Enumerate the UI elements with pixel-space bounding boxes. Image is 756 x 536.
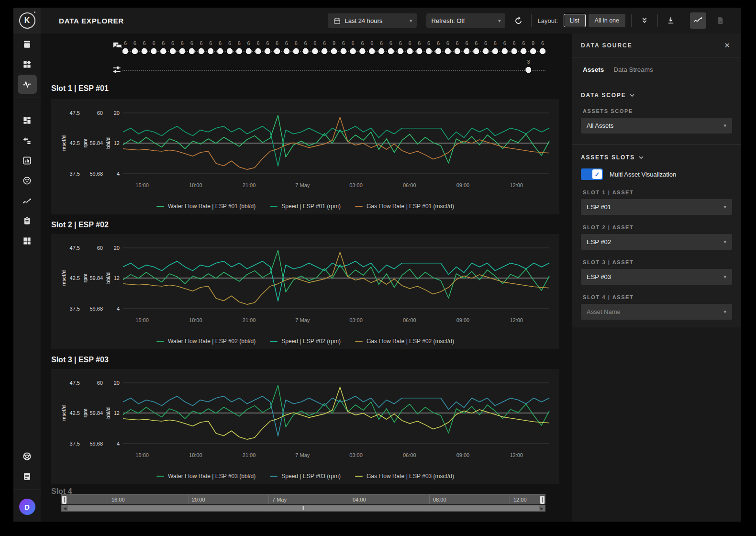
assets-scope-select[interactable]: All Assets ▾ — [581, 118, 732, 134]
event-marker[interactable] — [525, 67, 531, 73]
event-marker[interactable] — [170, 48, 176, 54]
slot-2-asset-select[interactable]: ESP #02 ▾ — [581, 234, 732, 250]
sidebar-item-dashboard[interactable] — [18, 111, 37, 130]
event-marker[interactable] — [435, 48, 441, 54]
event-marker[interactable] — [255, 48, 261, 54]
event-marker[interactable] — [416, 48, 422, 54]
event-marker[interactable] — [293, 48, 299, 54]
report-icon[interactable] — [712, 12, 728, 29]
legend-item[interactable]: Gas Flow Rate | ESP #01 (mscf/d) — [355, 203, 454, 210]
multi-asset-toggle[interactable]: ✓ — [581, 168, 603, 180]
event-marker[interactable] — [350, 48, 356, 54]
event-marker[interactable] — [502, 48, 508, 54]
event-marker[interactable] — [265, 48, 270, 54]
refresh-select[interactable]: Refresh: Off ▾ — [426, 13, 505, 28]
event-marker[interactable] — [179, 48, 185, 54]
event-marker[interactable] — [331, 48, 337, 54]
event-marker[interactable] — [359, 48, 365, 54]
filters-icon[interactable] — [112, 65, 123, 76]
sidebar-item-tasks[interactable] — [18, 211, 37, 230]
event-marker[interactable] — [388, 48, 394, 54]
close-icon[interactable]: ✕ — [722, 39, 732, 52]
legend-item[interactable]: Speed | ESP #02 (rpm) — [270, 338, 341, 345]
sidebar-item-widgets[interactable] — [18, 55, 37, 74]
tab-assets[interactable]: Assets — [583, 66, 604, 73]
tab-data-streams[interactable]: Data Streams — [613, 66, 653, 73]
legend-item[interactable]: Speed | ESP #01 (rpm) — [270, 203, 341, 210]
scrollbar-grip[interactable] — [302, 506, 305, 510]
user-avatar[interactable]: D — [19, 499, 35, 515]
event-marker[interactable] — [227, 48, 233, 54]
trend-view-button[interactable] — [690, 12, 706, 29]
comments-icon[interactable] — [112, 41, 123, 52]
data-scope-section-header[interactable]: DATA SCOPE — [581, 92, 732, 99]
event-marker[interactable] — [142, 48, 147, 54]
event-marker[interactable] — [369, 48, 375, 54]
slot-4-asset-select[interactable]: Asset Name ▾ — [581, 304, 732, 320]
event-marker[interactable] — [398, 48, 403, 54]
event-marker[interactable] — [122, 48, 128, 54]
event-marker[interactable] — [189, 48, 195, 54]
event-marker[interactable] — [199, 48, 204, 54]
legend-item[interactable]: Gas Flow Rate | ESP #03 (mscf/d) — [355, 473, 454, 480]
scroll-left-icon[interactable]: ◀ — [62, 505, 68, 511]
event-marker[interactable] — [530, 48, 536, 54]
layout-list-button[interactable]: List — [564, 14, 585, 27]
event-marker[interactable] — [540, 48, 545, 54]
event-marker[interactable] — [274, 48, 280, 54]
event-marker[interactable] — [378, 48, 384, 54]
scrubber-handle-right[interactable] — [540, 496, 545, 504]
refresh-icon[interactable] — [511, 13, 525, 28]
time-range-select[interactable]: Last 24 hours ▾ — [328, 13, 417, 28]
time-scrubber[interactable]: 16:0020:007 May04:0008:0012:00 — [61, 494, 545, 504]
app-logo[interactable]: K — [13, 8, 41, 34]
event-marker[interactable] — [208, 48, 213, 54]
chart-plot[interactable]: mscf/d47.542.537.5rpm6059.8459.68bbl/d20… — [51, 234, 559, 333]
event-marker[interactable] — [464, 48, 469, 54]
collapse-all-icon[interactable] — [637, 13, 652, 28]
sidebar-item-help[interactable] — [18, 447, 37, 466]
sidebar-item-grid[interactable] — [18, 231, 37, 250]
legend-item[interactable]: Water Flow Rate | ESP #02 (bbl/d) — [156, 338, 256, 345]
event-marker[interactable] — [217, 48, 223, 54]
event-marker[interactable] — [151, 48, 156, 54]
event-marker[interactable] — [322, 48, 327, 54]
sidebar-item-data-explorer[interactable] — [18, 75, 37, 94]
event-marker[interactable] — [236, 48, 242, 54]
chart-plot[interactable]: mscf/d47.542.537.5rpm6059.8459.68bbl/d20… — [51, 99, 559, 198]
sidebar-item-analytics[interactable] — [18, 151, 37, 170]
event-marker[interactable] — [303, 48, 309, 54]
sidebar-item-data-flow[interactable] — [18, 131, 37, 150]
event-marker[interactable] — [511, 48, 517, 54]
event-marker[interactable] — [492, 48, 498, 54]
scrubber-handle-left[interactable] — [62, 496, 67, 504]
chart-plot[interactable]: mscf/d47.542.537.5rpm6059.8459.68bbl/d20… — [51, 369, 559, 468]
event-marker[interactable] — [473, 48, 479, 54]
scroll-right-icon[interactable]: ▶ — [539, 505, 545, 511]
event-marker[interactable] — [246, 48, 252, 54]
event-marker[interactable] — [445, 48, 451, 54]
event-marker[interactable] — [160, 48, 166, 54]
sidebar-item-docs[interactable] — [18, 467, 37, 486]
legend-item[interactable]: Speed | ESP #03 (rpm) — [270, 473, 341, 480]
event-marker[interactable] — [455, 48, 460, 54]
event-marker[interactable] — [341, 48, 346, 54]
download-icon[interactable] — [664, 13, 678, 28]
event-marker[interactable] — [426, 48, 432, 54]
horizontal-scrollbar[interactable]: ◀ ▶ — [61, 505, 545, 512]
event-marker[interactable] — [312, 48, 318, 54]
legend-item[interactable]: Gas Flow Rate | ESP #02 (mscf/d) — [355, 338, 454, 345]
event-marker[interactable] — [521, 48, 526, 54]
sidebar-item-agenda[interactable] — [18, 34, 37, 54]
event-marker[interactable] — [407, 48, 413, 54]
legend-item[interactable]: Water Flow Rate | ESP #01 (bbl/d) — [156, 203, 256, 210]
slot-3-asset-select[interactable]: ESP #03 ▾ — [581, 269, 732, 285]
sidebar-item-cluster[interactable] — [18, 171, 37, 190]
slot-1-asset-select[interactable]: ESP #01 ▾ — [581, 199, 732, 215]
assets-slots-section-header[interactable]: ASSETS SLOTS — [581, 154, 732, 161]
sidebar-item-route[interactable] — [18, 191, 37, 210]
event-marker[interactable] — [284, 48, 289, 54]
event-marker[interactable] — [483, 48, 489, 54]
layout-all-in-one-button[interactable]: All in one — [589, 14, 625, 27]
event-marker[interactable] — [132, 48, 138, 54]
